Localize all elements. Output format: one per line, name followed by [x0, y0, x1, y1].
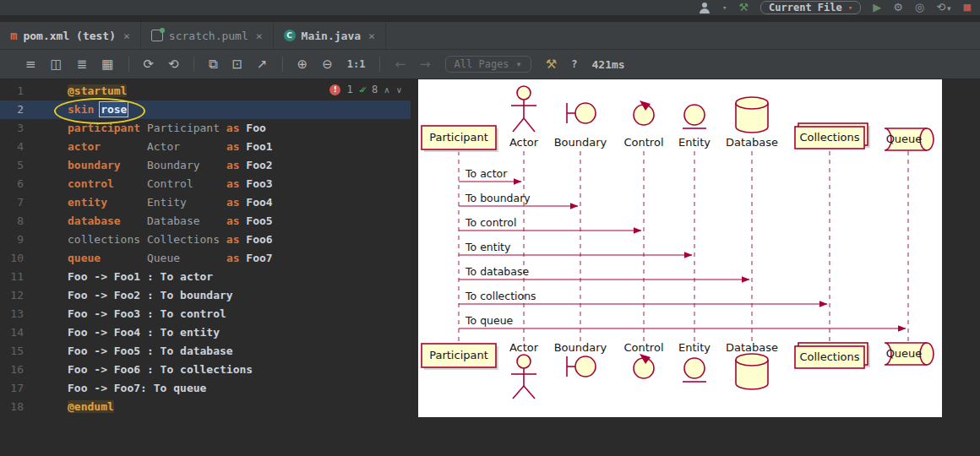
participant-bottom-queue: Queue — [885, 343, 934, 365]
settings-icon[interactable]: ⚙ — [893, 0, 903, 15]
zoom-reset-button[interactable]: 1:1 — [347, 58, 366, 70]
svg-text:To queue: To queue — [465, 314, 514, 327]
messages: To actor To boundary To control To entit… — [459, 167, 906, 328]
participant-bottom-boundary: Boundary — [554, 341, 607, 377]
svg-text:Collections: Collections — [799, 131, 859, 144]
zoom-in-icon[interactable]: ⊕ — [297, 57, 308, 72]
code-text: actor Actor as Foo1 — [37, 138, 273, 156]
code-line[interactable]: 7entity Entity as Foo4 — [0, 193, 411, 212]
export-icon[interactable]: ↗ — [257, 57, 268, 72]
participant-bottom-database: Database — [726, 341, 778, 389]
code-text: Foo -> Foo7: To queue — [37, 379, 206, 398]
code-line[interactable]: 17Foo -> Foo7: To queue — [0, 379, 411, 398]
pages-dropdown[interactable]: All Pages ▾ — [445, 56, 531, 73]
code-line[interactable]: 15Foo -> Foo5 : To database — [0, 342, 411, 361]
code-line[interactable]: 4actor Actor as Foo1 — [0, 138, 411, 156]
content-area: 1@startuml2skin rose3participant Partici… — [0, 79, 980, 456]
save-icon[interactable]: ⊡ — [231, 57, 242, 72]
code-text: control Control as Foo3 — [37, 175, 273, 193]
close-icon[interactable]: × — [123, 30, 130, 42]
code-line[interactable]: 11Foo -> Foo1 : To actor — [0, 268, 411, 286]
java-class-icon: C — [284, 30, 296, 41]
participant-top-control: Control — [624, 100, 664, 149]
code-line[interactable]: 16Foo -> Foo6 : To collections — [0, 361, 411, 379]
participant-top-entity: Entity — [678, 105, 710, 149]
code-line[interactable]: 14Foo -> Foo4 : To entity — [0, 323, 411, 342]
tab-scratch-puml[interactable]: scratch.puml × — [141, 22, 274, 49]
chevron-up-icon[interactable]: ∧ — [384, 85, 389, 95]
code-text: queue Queue as Foo7 — [37, 249, 273, 268]
view-split-icon[interactable]: ◫ — [51, 57, 63, 72]
close-icon[interactable]: × — [256, 30, 263, 42]
user-dropdown-icon[interactable]: ▾ — [722, 3, 727, 12]
user-body-icon — [700, 8, 710, 14]
copy-icon[interactable]: ⧉ — [209, 57, 218, 72]
svg-text:Entity: Entity — [678, 341, 710, 354]
run-icon[interactable]: ▶ — [873, 0, 881, 15]
inspections-widget[interactable]: ! 1 ✓✓ 8 ∧ ∨ — [329, 84, 402, 95]
code-editor[interactable]: 1@startuml2skin rose3participant Partici… — [0, 79, 411, 456]
participant-bottom-actor: Actor — [509, 341, 539, 399]
pages-dropdown-label: All Pages — [455, 58, 509, 70]
code-line[interactable]: 12Foo -> Foo2 : To boundary — [0, 286, 411, 305]
line-number: 7 — [0, 193, 37, 212]
toolbar-gap — [0, 15, 980, 22]
line-number: 12 — [0, 286, 37, 305]
line-number: 9 — [0, 231, 37, 249]
toolbar-separator — [193, 57, 194, 72]
svg-text:To actor: To actor — [465, 167, 508, 180]
code-text: participant Participant as Foo — [37, 119, 266, 138]
code-line[interactable]: 18@enduml — [0, 398, 411, 416]
refresh-icon[interactable]: ⟳ — [144, 57, 155, 72]
scratch-file-icon — [151, 30, 163, 41]
help-button[interactable]: ? — [571, 58, 577, 70]
current-file-selector[interactable]: Current File ▾ — [760, 1, 861, 14]
code-text: Foo -> Foo5 : To database — [37, 342, 233, 361]
code-text: @enduml — [37, 398, 114, 416]
code-text: @startuml — [37, 82, 127, 100]
svg-text:Actor: Actor — [509, 341, 539, 354]
code-line[interactable]: 5boundary Boundary as Foo2 — [0, 156, 411, 175]
scratch-dot-icon — [160, 28, 165, 33]
coverage-icon[interactable]: ◎ — [915, 0, 924, 15]
code-text: collections Collections as Foo6 — [37, 231, 273, 249]
current-file-dropdown-icon: ▾ — [848, 3, 852, 12]
view-image-icon[interactable]: ▦ — [101, 57, 113, 72]
participant-top-queue: Queue — [885, 128, 934, 150]
tab-pom-xml[interactable]: m pom.xml (test) × — [0, 22, 141, 49]
tab-main-java[interactable]: C Main.java × — [274, 22, 386, 49]
svg-text:To control: To control — [465, 216, 516, 229]
history-button[interactable]: ⟲▾ — [936, 0, 950, 16]
wrench-icon[interactable]: ⚒ — [546, 57, 557, 72]
svg-text:Participant: Participant — [429, 131, 488, 144]
stop-icon[interactable]: ■ — [963, 0, 972, 15]
svg-text:To database: To database — [465, 265, 529, 278]
user-icon[interactable] — [699, 3, 710, 14]
code-line[interactable]: 9collections Collections as Foo6 — [0, 231, 411, 249]
chevron-down-icon[interactable]: ∨ — [396, 85, 402, 95]
svg-text:Queue: Queue — [886, 133, 923, 145]
code-line[interactable]: 13Foo -> Foo3 : To control — [0, 305, 411, 323]
view-list-icon[interactable]: ≡ — [25, 57, 36, 72]
participant-top-actor: Actor — [509, 86, 539, 149]
ide-window: ▾ ⚒ Current File ▾ ▶ ⚙ ◎ ⟲▾ ■ m pom.xml … — [0, 0, 980, 456]
line-number: 2 — [0, 100, 37, 119]
back-icon[interactable]: ← — [395, 57, 406, 72]
main-toolbar: ▾ ⚒ Current File ▾ ▶ ⚙ ◎ ⟲▾ ■ — [0, 0, 980, 15]
code-line[interactable]: 3participant Participant as Foo — [0, 119, 411, 138]
build-icon[interactable]: ⚒ — [738, 0, 749, 15]
reload-all-icon[interactable]: ⟲ — [168, 57, 179, 72]
view-list2-icon[interactable]: ≣ — [77, 57, 88, 72]
toolbar-separator — [282, 57, 283, 72]
editor-tab-bar: m pom.xml (test) × scratch.puml × C Main… — [0, 22, 980, 50]
svg-text:Control: Control — [624, 136, 664, 149]
code-line[interactable]: 10queue Queue as Foo7 — [0, 249, 411, 268]
code-line[interactable]: 6control Control as Foo3 — [0, 175, 411, 193]
svg-text:Database: Database — [726, 136, 778, 149]
code-text: Foo -> Foo2 : To boundary — [37, 286, 233, 305]
forward-icon[interactable]: → — [420, 57, 431, 72]
zoom-out-icon[interactable]: ⊖ — [322, 57, 333, 72]
code-line[interactable]: 8database Database as Foo5 — [0, 212, 411, 231]
code-line[interactable]: 2skin rose — [0, 100, 411, 119]
close-icon[interactable]: × — [368, 30, 375, 42]
